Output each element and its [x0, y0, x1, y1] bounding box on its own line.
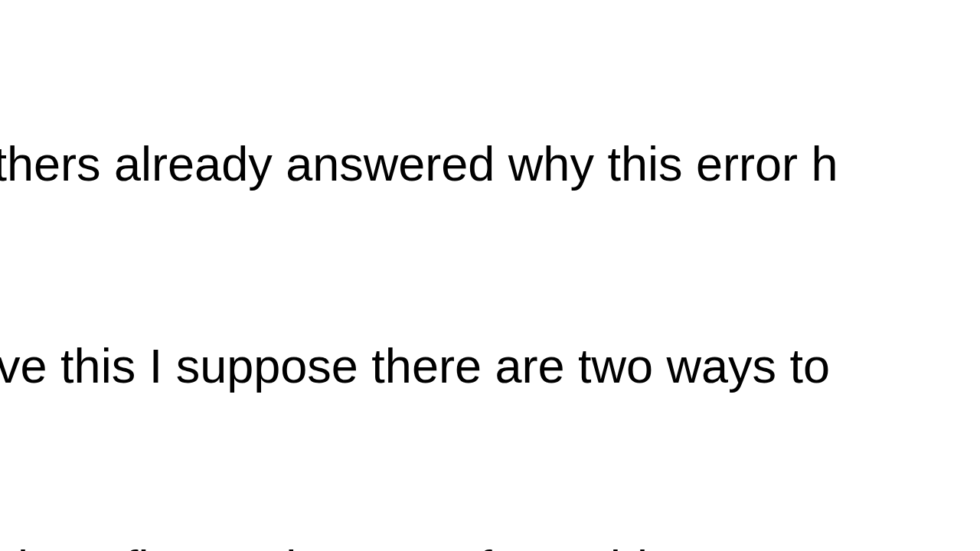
text-line: Others already answered why this error h	[0, 130, 844, 197]
document-text-fragment: Others already answered why this error h…	[0, 0, 844, 551]
text-line: have this I suppose there are two ways t…	[0, 332, 844, 399]
text-line: clubDB first and get ID of matching name	[0, 534, 844, 551]
